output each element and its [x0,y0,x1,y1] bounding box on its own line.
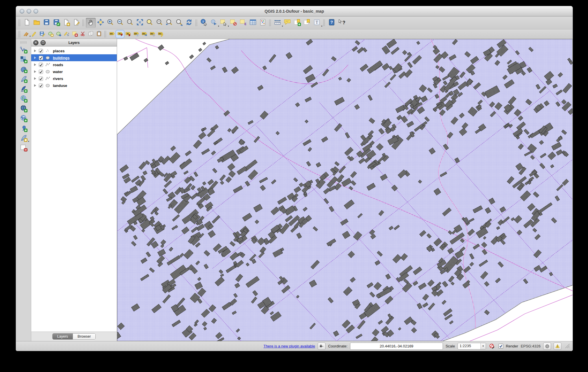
save-layer-edits-button[interactable] [38,30,46,38]
open-attribute-table-button[interactable] [248,18,258,28]
zoom-in-button[interactable] [106,18,115,28]
message-log-button[interactable] [554,343,561,350]
add-raster-layer-button[interactable] [18,55,29,64]
panel-tab-layers[interactable]: Layers [53,334,73,339]
select-by-expression-button[interactable]: ε [238,18,248,28]
close-button[interactable] [20,9,24,14]
toolbar-handle [18,19,21,26]
select-features-button[interactable]: ▾ [219,18,228,28]
rotate-label-button[interactable]: abc [140,30,148,38]
open-project-button[interactable] [32,18,42,28]
whats-this-button[interactable]: ? [336,18,346,28]
plugin-indicator-icon[interactable] [318,343,326,350]
copy-features-button[interactable] [87,30,95,38]
expand-arrow-icon[interactable] [34,70,37,73]
move-feature-button[interactable] [54,30,62,38]
map-tips-button[interactable] [282,18,292,28]
toggle-editing-button[interactable] [30,30,38,38]
zoom-button[interactable] [34,9,38,14]
zoom-out-button[interactable] [115,18,125,28]
pin-unpin-labels-button[interactable]: ab [116,30,124,38]
layer-visibility-checkbox[interactable] [39,70,43,74]
minimize-button[interactable] [27,9,31,14]
paste-features-button[interactable] [95,30,103,38]
layer-labeling-options-button[interactable]: abc [108,30,116,38]
remove-layer-button[interactable] [18,144,29,153]
expand-arrow-icon[interactable] [34,56,37,59]
expand-arrow-icon[interactable] [34,63,37,66]
add-feature-icon [47,31,53,38]
add-postgis-layer-button[interactable] [18,65,29,74]
refresh-map-button[interactable] [184,18,194,28]
change-label-properties-button[interactable]: abc [156,30,164,38]
pan-to-selection-button[interactable] [96,18,106,28]
show-bookmarks-button[interactable] [302,18,312,28]
crs-status-button[interactable] [543,343,551,350]
zoom-to-selection-button[interactable] [145,18,155,28]
panel-tab-browser[interactable]: Browser [73,334,95,339]
stop-rendering-button[interactable] [489,343,496,349]
zoom-next-button[interactable] [174,18,184,28]
add-wms-layer-button[interactable] [18,95,29,104]
coordinate-input[interactable] [350,343,443,350]
cut-features-button[interactable] [79,30,87,38]
scale-dropdown-arrow-icon[interactable]: ▼ [480,343,486,349]
zoom-native-button[interactable]: 1:1 [125,18,135,28]
composer-manager-button[interactable] [71,18,81,28]
new-bookmark-button[interactable] [292,18,302,28]
layer-item-roads[interactable]: roads [31,61,117,68]
dropdown-arrow-icon[interactable]: ▾ [321,25,322,27]
add-feature-button[interactable] [46,30,54,38]
new-print-composer-button[interactable] [61,18,71,28]
layer-visibility-checkbox[interactable] [39,83,43,88]
add-vector-layer-button[interactable] [18,46,29,55]
map-canvas[interactable] [117,39,573,341]
measure-line-button[interactable]: ▾ [273,18,282,28]
new-project-button[interactable] [22,18,32,28]
add-mssql-layer-button[interactable] [18,85,29,94]
resize-grip[interactable] [564,343,570,350]
layer-item-rivers[interactable]: rivers [31,75,117,82]
layer-item-landuse[interactable]: landuse [31,82,117,89]
new-spatialite-layer-button[interactable]: ▾ [18,134,29,143]
add-spatialite-layer-button[interactable] [18,75,29,84]
field-calculator-button[interactable] [258,18,268,28]
plugin-available-link[interactable]: There is a new plugin available [263,344,315,348]
delete-selected-button[interactable] [71,30,79,38]
svg-text:?: ? [343,20,345,25]
title-bar[interactable]: QGIS 2.0.1-Dufour - basic_map [16,6,573,16]
expand-arrow-icon[interactable] [34,84,37,87]
expand-arrow-icon[interactable] [34,77,37,80]
zoom-full-button[interactable] [135,18,145,28]
layer-item-places[interactable]: places [31,47,117,54]
change-label-button[interactable]: abc [148,30,156,38]
add-delimited-text-layer-button[interactable] [18,124,29,133]
dropdown-arrow-icon[interactable]: ▾ [28,140,29,143]
run-feature-action-button[interactable]: ▾ [209,18,219,28]
deselect-features-button[interactable] [228,18,238,28]
scale-combobox[interactable]: 1:2235 ▼ [458,343,486,349]
layer-visibility-checkbox[interactable] [39,56,43,60]
zoom-to-layer-button[interactable] [155,18,164,28]
help-contents-button[interactable]: ? [327,18,336,28]
save-project-button[interactable] [42,18,51,28]
current-edits-button[interactable]: ▾ [22,30,30,38]
show-hide-labels-button[interactable]: abc [132,30,140,38]
text-annotation-button[interactable]: T▾ [312,18,322,28]
node-tool-button[interactable] [62,30,71,38]
layer-visibility-checkbox[interactable] [39,49,43,53]
add-wfs-layer-button[interactable] [18,114,29,123]
layer-visibility-checkbox[interactable] [39,63,43,67]
pan-map-button[interactable] [86,18,96,28]
layer-item-water[interactable]: water [31,68,117,75]
save-project-as-button[interactable] [51,18,61,28]
expand-arrow-icon[interactable] [34,49,37,52]
layer-visibility-checkbox[interactable] [39,77,43,81]
move-label-button[interactable]: ab [124,30,132,38]
layer-item-buildings[interactable]: buildings [31,54,117,61]
identify-features-button[interactable]: i [199,18,209,28]
zoom-last-button[interactable] [164,18,174,28]
add-wcs-layer-button[interactable] [18,105,29,114]
composer-manager-icon [72,18,80,27]
render-checkbox[interactable] [498,344,503,349]
